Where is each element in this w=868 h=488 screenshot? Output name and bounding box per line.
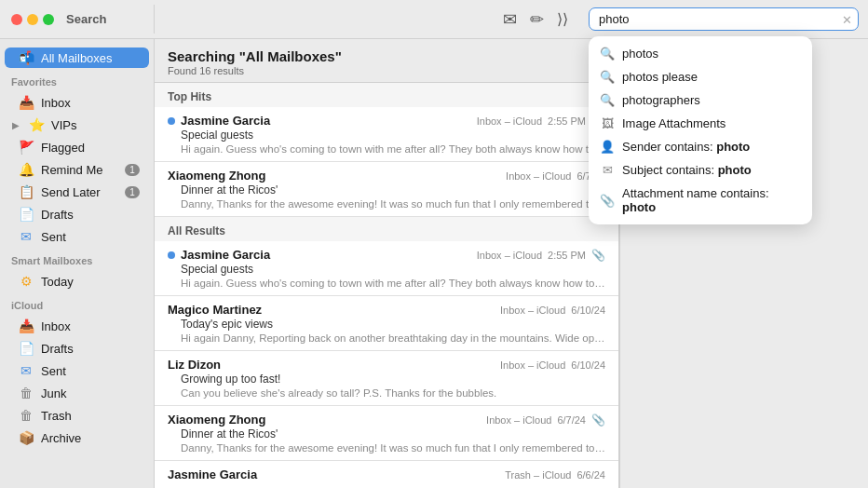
- archive-icon: 📦: [18, 430, 34, 445]
- dropdown-item-photos-please[interactable]: 🔍 photos please: [589, 65, 812, 88]
- main-toolbar: ✉ ✏ ⟩⟩: [155, 9, 579, 30]
- section-top-hits: Top Hits: [155, 83, 618, 107]
- sidebar-item-inbox[interactable]: 📥 Inbox: [5, 92, 149, 113]
- dropdown-item-image-attachments[interactable]: 🖼 Image Attachments: [589, 112, 812, 135]
- email-sender: Xiaomeng Zhong: [168, 169, 265, 183]
- expand-icon[interactable]: ⟩⟩: [557, 10, 568, 28]
- email-sender: Magico Martinez: [168, 303, 262, 317]
- sidebar-item-icloud-trash[interactable]: 🗑 Trash: [5, 405, 149, 426]
- sidebar-item-label: Archive: [41, 431, 81, 445]
- dropdown-text-image-attachments: Image Attachments: [622, 116, 726, 130]
- dropdown-item-photos[interactable]: 🔍 photos: [589, 42, 812, 65]
- email-preview: Hi again Danny, Reporting back on anothe…: [168, 332, 605, 344]
- dropdown-item-sender-contains[interactable]: 👤 Sender contains: photo: [589, 135, 812, 158]
- compose-icon[interactable]: ✏: [530, 9, 544, 30]
- sidebar-item-icloud-junk[interactable]: 🗑 Junk: [5, 383, 149, 403]
- email-subject: Special guests: [168, 129, 605, 142]
- email-preview: Hi again. Guess who's coming to town wit…: [168, 143, 605, 155]
- email-mailbox: Inbox – iCloud: [506, 170, 571, 182]
- junk-icon: 🗑: [18, 386, 34, 400]
- sidebar-item-all-mailboxes[interactable]: 📬 All Mailboxes: [5, 47, 149, 68]
- email-subject: Growing up too fast!: [168, 373, 605, 386]
- remind-badge: 1: [125, 164, 140, 176]
- flag-icon: 🚩: [18, 140, 34, 155]
- mail-icon[interactable]: ✉: [503, 9, 517, 30]
- sidebar: 📬 All Mailboxes Favorites 📥 Inbox ▶ ⭐ VI…: [0, 39, 155, 488]
- paperclip-icon: 📎: [600, 194, 615, 208]
- email-item-top-1[interactable]: Jasmine Garcia Inbox – iCloud 2:55 PM 📎 …: [155, 107, 618, 162]
- unread-dot: [168, 251, 175, 259]
- email-preview: Can you believe she's already so tall? P…: [168, 387, 605, 399]
- email-item-all-4[interactable]: Xiaomeng Zhong Inbox – iCloud 6/7/24 📎 D…: [155, 406, 618, 461]
- sidebar-item-drafts[interactable]: 📄 Drafts: [5, 204, 149, 224]
- sidebar-item-label: VIPs: [51, 118, 76, 132]
- search-input[interactable]: [589, 7, 859, 31]
- search-bar-area: ✕ 🔍 photos 🔍 photos please 🔍 photographe…: [579, 0, 868, 38]
- main-header: Searching "All Mailboxes" Found 16 resul…: [155, 39, 618, 83]
- email-sender: Liz Dizon: [168, 358, 221, 372]
- main-panel: Searching "All Mailboxes" Found 16 resul…: [155, 39, 619, 488]
- sidebar-item-label: Junk: [41, 386, 66, 400]
- paperclip-icon: 📎: [591, 413, 605, 427]
- email-subject: Today's epic views: [168, 318, 605, 331]
- image-icon: 🖼: [600, 116, 615, 130]
- sidebar-item-icloud-archive[interactable]: 📦 Archive: [5, 427, 149, 448]
- sidebar-item-send-later[interactable]: 📋 Send Later 1: [5, 182, 149, 202]
- sidebar-item-label: Trash: [41, 409, 72, 423]
- email-meta: Inbox – iCloud 6/10/24: [500, 359, 605, 371]
- email-date: 6/10/24: [571, 359, 605, 371]
- remind-icon: 🔔: [18, 162, 34, 177]
- trash-icon: 🗑: [18, 408, 34, 423]
- icloud-label: iCloud: [0, 292, 154, 315]
- star-icon: ⭐: [28, 117, 45, 132]
- email-meta: Inbox – iCloud 2:55 PM 📎: [477, 249, 605, 262]
- email-list: Top Hits Jasmine Garcia Inbox – iCloud 2…: [155, 83, 618, 488]
- sidebar-item-vips[interactable]: ▶ ⭐ VIPs: [5, 115, 149, 135]
- email-mailbox: Inbox – iCloud: [500, 359, 565, 371]
- sidebar-item-sent[interactable]: ✉ Sent: [5, 226, 149, 247]
- traffic-light-red[interactable]: [11, 14, 22, 25]
- email-item-all-5[interactable]: Jasmine Garcia Trash – iCloud 6/6/24: [155, 461, 618, 488]
- main-subtitle: Found 16 results: [168, 65, 605, 76]
- email-date: 2:55 PM: [548, 115, 586, 127]
- unread-dot: [168, 117, 175, 125]
- search-clear-button[interactable]: ✕: [842, 12, 852, 26]
- sidebar-item-label: Today: [41, 275, 74, 289]
- dropdown-item-attachment-contains[interactable]: 📎 Attachment name contains: photo: [589, 182, 812, 219]
- dropdown-text-photos-please: photos please: [622, 70, 698, 84]
- sidebar-item-remind-me[interactable]: 🔔 Remind Me 1: [5, 159, 149, 180]
- email-item-all-3[interactable]: Liz Dizon Inbox – iCloud 6/10/24 Growing…: [155, 351, 618, 406]
- search-icon: 🔍: [600, 47, 615, 61]
- today-icon: ⚙: [18, 274, 34, 289]
- email-mailbox: Trash – iCloud: [505, 469, 571, 481]
- search-wrapper: ✕ 🔍 photos 🔍 photos please 🔍 photographe…: [589, 7, 859, 31]
- sidebar-item-flagged[interactable]: 🚩 Flagged: [5, 137, 149, 157]
- sidebar-item-label: All Mailboxes: [41, 51, 113, 65]
- email-date: 2:55 PM: [548, 250, 586, 261]
- inbox-icon: 📥: [18, 95, 34, 110]
- traffic-light-green[interactable]: [43, 14, 54, 25]
- sidebar-search-label: Search: [66, 12, 106, 26]
- traffic-light-yellow[interactable]: [27, 14, 38, 25]
- email-item-all-2[interactable]: Magico Martinez Inbox – iCloud 6/10/24 T…: [155, 296, 618, 351]
- email-meta: Trash – iCloud 6/6/24: [505, 469, 605, 481]
- dropdown-text-sender: Sender contains: photo: [622, 140, 750, 154]
- sidebar-item-label: Remind Me: [41, 163, 102, 177]
- search-icon: 🔍: [600, 93, 615, 107]
- sidebar-item-today[interactable]: ⚙ Today: [5, 271, 149, 291]
- sidebar-item-icloud-drafts[interactable]: 📄 Drafts: [5, 338, 149, 359]
- main-title: Searching "All Mailboxes": [168, 48, 605, 64]
- dropdown-item-subject-contains[interactable]: ✉ Subject contains: photo: [589, 158, 812, 182]
- sidebar-item-icloud-sent[interactable]: ✉ Sent: [5, 360, 149, 381]
- dropdown-item-photographers[interactable]: 🔍 photographers: [589, 88, 812, 112]
- email-date: 6/7/24: [557, 414, 586, 426]
- sidebar-item-icloud-inbox[interactable]: 📥 Inbox: [5, 316, 149, 336]
- email-item-top-2[interactable]: Xiaomeng Zhong Inbox – iCloud 6/7/24 Din…: [155, 162, 618, 217]
- drafts-icon: 📄: [18, 207, 34, 222]
- search-dropdown: 🔍 photos 🔍 photos please 🔍 photographers…: [589, 36, 812, 224]
- email-mailbox: Inbox – iCloud: [477, 250, 542, 261]
- favorites-label: Favorites: [0, 69, 154, 91]
- icloud-sent-icon: ✉: [18, 363, 34, 378]
- sidebar-item-label: Send Later: [41, 185, 101, 199]
- email-item-all-1[interactable]: Jasmine Garcia Inbox – iCloud 2:55 PM 📎 …: [155, 241, 618, 296]
